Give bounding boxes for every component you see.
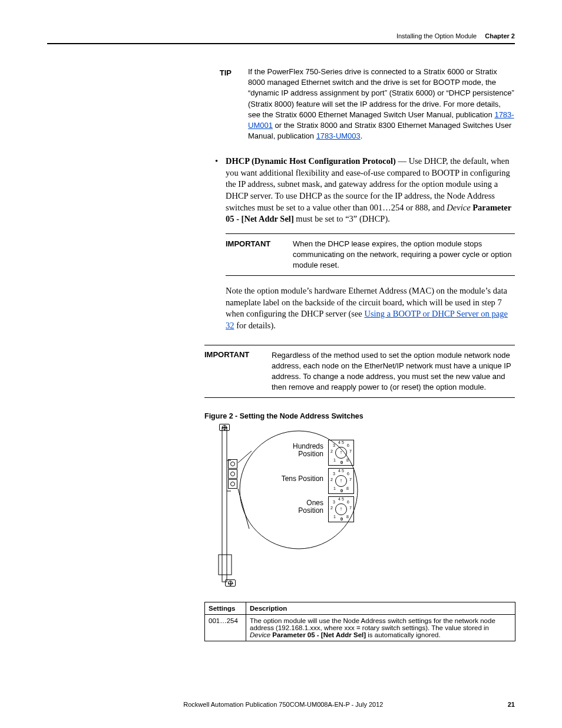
tens-label: Tens Position — [282, 475, 323, 483]
important-box-1: IMPORTANT When the DHCP lease expires, t… — [226, 233, 515, 276]
tip-text-a: If the PowerFlex 750-Series drive is con… — [248, 67, 514, 119]
hundreds-label: Hundreds Position — [281, 443, 323, 458]
module-illustration — [204, 425, 511, 596]
cell-settings: 001…254 — [205, 615, 246, 641]
important-label-1: IMPORTANT — [226, 239, 277, 271]
publication-id: Rockwell Automation Publication 750COM-U… — [59, 701, 508, 708]
position-labels: Hundreds Position Tens Position Ones Pos… — [281, 443, 323, 515]
screw-bottom-icon — [225, 579, 236, 587]
tip-text-c: . — [361, 131, 363, 140]
important-text-1: When the DHCP lease expires, the option … — [293, 239, 515, 271]
screw-top-icon — [219, 424, 230, 431]
page-header: Installing the Option Module Chapter 2 — [47, 32, 515, 44]
main-content: TIP If the PowerFlex 750-Series drive is… — [215, 67, 515, 332]
svg-line-4 — [238, 489, 249, 529]
table-row: 001…254 The option module will use the N… — [205, 615, 515, 641]
figure-2: Hundreds Position Tens Position Ones Pos… — [204, 425, 511, 596]
dhcp-bullet: DHCP (Dynamic Host Configuration Protoco… — [215, 156, 515, 225]
rotary-hundreds: 0 1 2 3 4 5 6 7 8 9 ↑ — [328, 440, 354, 466]
dhcp-device: Device — [447, 203, 470, 212]
dhcp-lead: DHCP (Dynamic Host Configuration Protoco… — [226, 156, 396, 166]
note-text-b: for details). — [234, 321, 276, 330]
small-rotary-tens — [228, 469, 237, 479]
tip-body: If the PowerFlex 750-Series drive is con… — [248, 67, 515, 141]
tip-text-b: or the Stratix 8000 and Stratix 8300 Eth… — [248, 121, 511, 140]
important-text-2: Regardless of the method used to set the… — [272, 350, 515, 393]
rotary-tens: 0 1 2 3 4 5 6 7 8 9 ↑ — [328, 468, 354, 494]
small-rotary-ones — [228, 479, 237, 489]
figure-caption: Figure 2 - Setting the Node Address Swit… — [204, 412, 515, 420]
th-description: Description — [246, 602, 515, 615]
tip-label: TIP — [215, 67, 232, 141]
rotary-switches: 0 1 2 3 4 5 6 7 8 9 ↑ 0 1 2 3 4 5 6 7 8 … — [328, 440, 354, 522]
cell-description: The option module will use the Node Addr… — [246, 615, 515, 641]
note-paragraph: Note the option module’s hardware Ethern… — [215, 285, 515, 331]
th-settings: Settings — [205, 602, 246, 615]
tip-block: TIP If the PowerFlex 750-Series drive is… — [215, 67, 515, 141]
page-footer: Rockwell Automation Publication 750COM-U… — [47, 701, 515, 708]
settings-table: Settings Description 001…254 The option … — [204, 602, 515, 641]
small-rotary-group — [228, 459, 237, 489]
small-rotary-hundreds — [228, 459, 237, 469]
chapter-label: Chapter 2 — [485, 32, 515, 39]
ones-label: Ones Position — [281, 499, 323, 515]
svg-rect-1 — [219, 555, 232, 575]
link-1783-um003[interactable]: 1783-UM003 — [316, 131, 361, 140]
important-box-2: IMPORTANT Regardless of the method used … — [204, 345, 515, 398]
important-label-2: IMPORTANT — [204, 350, 256, 393]
breadcrumb: Installing the Option Module — [396, 32, 477, 39]
page-number: 21 — [508, 701, 515, 708]
svg-rect-0 — [222, 427, 227, 582]
rotary-ones: 0 1 2 3 4 5 6 7 8 9 ↑ — [328, 496, 354, 522]
dhcp-tail: must be set to “3” (DHCP). — [294, 214, 390, 223]
